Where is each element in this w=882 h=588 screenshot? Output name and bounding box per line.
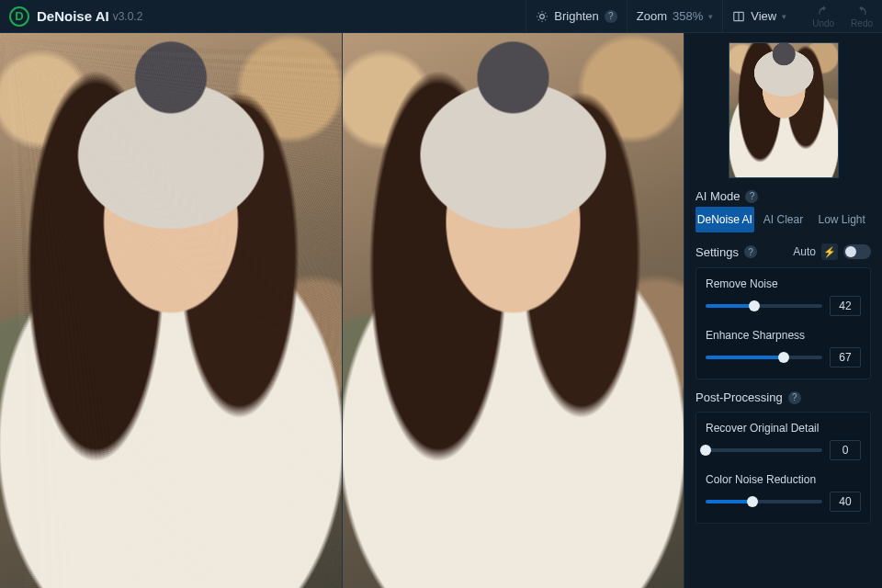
ai-mode-tab[interactable]: Low Light xyxy=(812,207,871,232)
help-icon[interactable]: ? xyxy=(744,245,757,258)
chevron-down-icon: ▾ xyxy=(708,12,713,21)
help-icon: ? xyxy=(605,10,617,23)
preview-viewport[interactable] xyxy=(0,33,684,588)
zoom-label: Zoom xyxy=(637,9,667,23)
redo-label: Redo xyxy=(851,18,873,28)
slider-label: Enhance Sharpness xyxy=(706,329,861,342)
brighten-button[interactable]: Brighten ? xyxy=(526,0,626,32)
redo-icon xyxy=(854,5,870,17)
slider-knob[interactable] xyxy=(700,445,711,456)
view-dropdown[interactable]: View ▾ xyxy=(722,0,796,32)
help-icon[interactable]: ? xyxy=(745,190,758,203)
post-processing-panel: Recover Original Detail0Color Noise Redu… xyxy=(695,412,871,524)
undo-icon xyxy=(815,5,831,17)
preview-before xyxy=(0,33,342,588)
view-label: View xyxy=(751,9,776,23)
sidebar: AI Mode ? DeNoise AIAI ClearLow Light Se… xyxy=(684,33,882,588)
slider-track[interactable] xyxy=(706,356,822,359)
app-title: DeNoise AI xyxy=(37,8,109,24)
slider-track[interactable] xyxy=(706,500,822,503)
preview-after xyxy=(342,33,684,588)
app-logo-icon: D xyxy=(9,6,29,27)
layout-icon xyxy=(732,10,745,23)
redo-button: Redo xyxy=(851,5,873,28)
settings-panel: Remove Noise42Enhance Sharpness67 xyxy=(695,267,871,379)
zoom-dropdown[interactable]: Zoom 358% ▾ xyxy=(627,0,722,32)
svg-point-0 xyxy=(540,14,545,18)
settings-title: Settings ? xyxy=(695,245,757,259)
slider-track[interactable] xyxy=(706,304,822,308)
slider-value[interactable]: 42 xyxy=(830,296,861,316)
navigator-thumbnail[interactable] xyxy=(729,42,839,178)
app-version: v3.0.2 xyxy=(113,10,143,23)
slider-value[interactable]: 40 xyxy=(830,492,861,512)
app-header: D DeNoise AI v3.0.2 Brighten ? Zoom 358%… xyxy=(0,0,882,33)
slider-knob[interactable] xyxy=(749,300,760,311)
slider-value[interactable]: 0 xyxy=(830,440,861,460)
ai-mode-tab[interactable]: DeNoise AI xyxy=(695,207,754,232)
slider-label: Color Noise Reduction xyxy=(706,473,861,486)
slider-knob[interactable] xyxy=(778,352,789,363)
post-processing-title: Post-Processing ? xyxy=(695,390,871,404)
ai-mode-tab[interactable]: AI Clear xyxy=(754,207,813,232)
auto-label: Auto xyxy=(793,245,816,258)
undo-label: Undo xyxy=(812,18,834,28)
chevron-down-icon: ▾ xyxy=(782,12,786,21)
help-icon[interactable]: ? xyxy=(788,391,801,404)
slider-value[interactable]: 67 xyxy=(830,347,861,368)
ai-mode-title: AI Mode ? xyxy=(695,189,871,203)
slider-track[interactable] xyxy=(706,448,822,452)
bolt-icon[interactable]: ⚡ xyxy=(821,243,838,260)
sun-icon xyxy=(536,10,548,23)
zoom-value: 358% xyxy=(673,9,703,23)
brighten-label: Brighten xyxy=(554,9,598,23)
slider-knob[interactable] xyxy=(747,496,758,507)
slider-label: Remove Noise xyxy=(706,277,861,290)
ai-mode-tabs: DeNoise AIAI ClearLow Light xyxy=(695,207,871,232)
undo-button: Undo xyxy=(812,5,834,28)
slider-label: Recover Original Detail xyxy=(706,422,861,435)
auto-toggle[interactable] xyxy=(843,244,871,259)
